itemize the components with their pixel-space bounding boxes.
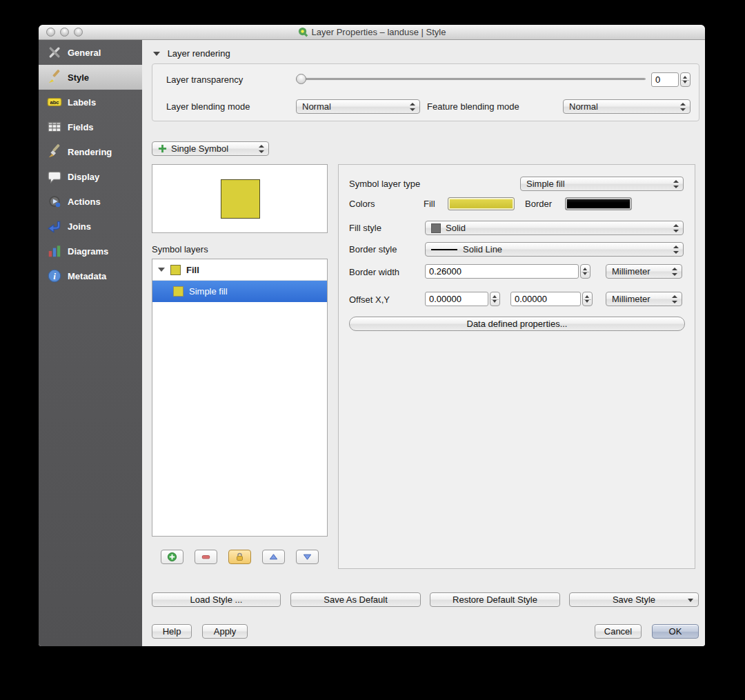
main-panel: Layer rendering Layer transparency Layer… <box>142 40 705 646</box>
save-as-default-button[interactable]: Save As Default <box>290 592 421 607</box>
transparency-slider[interactable] <box>296 74 646 84</box>
fill-style-select[interactable]: Solid <box>425 221 684 235</box>
symbol-preview-fill-square <box>221 179 260 219</box>
symbol-preview <box>152 164 328 233</box>
offset-x-spinbox <box>425 292 500 306</box>
sidebar-item-general[interactable]: General <box>39 40 142 65</box>
fill-style-label: Fill style <box>349 223 381 233</box>
offset-x-stepper[interactable] <box>490 292 500 306</box>
down-arrow-icon <box>302 552 312 562</box>
popup-arrows-icon <box>410 103 415 111</box>
speech-bubble-icon <box>47 169 62 184</box>
restore-default-style-button[interactable]: Restore Default Style <box>430 592 560 607</box>
tree-row-simple-fill[interactable]: Simple fill <box>152 281 327 302</box>
sidebar-item-actions[interactable]: Actions <box>39 189 142 214</box>
symbol-type-select[interactable]: Single Symbol <box>152 141 269 156</box>
popup-arrows-icon <box>673 180 679 188</box>
lock-color-button[interactable] <box>228 550 251 564</box>
feature-blend-mode-select[interactable]: Normal <box>563 99 691 114</box>
solid-line-icon <box>431 249 457 250</box>
border-style-label: Border style <box>349 244 397 254</box>
ok-button[interactable]: OK <box>652 624 699 639</box>
title-bar[interactable]: Layer Properties – landuse | Style <box>39 25 705 40</box>
bar-chart-icon <box>47 243 62 259</box>
sidebar-label: General <box>68 48 101 58</box>
layer-rendering-header[interactable]: Layer rendering <box>153 48 230 59</box>
tools-icon <box>47 45 62 60</box>
paintbrush-icon <box>47 70 62 85</box>
fill-color-well[interactable] <box>448 197 515 210</box>
symbol-layer-type-select[interactable]: Simple fill <box>520 177 684 191</box>
load-style-button[interactable]: Load Style ... <box>152 592 281 607</box>
move-layer-up-button[interactable] <box>262 550 285 564</box>
simple-fill-swatch-icon <box>173 286 183 297</box>
sidebar-item-display[interactable]: Display <box>39 164 142 189</box>
lock-icon <box>235 552 245 562</box>
minus-icon <box>201 552 211 562</box>
popup-arrows-icon <box>259 145 264 153</box>
save-style-button[interactable]: Save Style <box>569 592 699 607</box>
sidebar-label: Labels <box>68 97 96 108</box>
help-button[interactable]: Help <box>152 624 192 639</box>
fill-color-label: Fill <box>424 199 435 209</box>
offset-x-input[interactable] <box>426 292 488 306</box>
border-width-stepper[interactable] <box>580 264 590 279</box>
border-style-select[interactable]: Solid Line <box>425 242 684 257</box>
offset-unit-select[interactable]: Millimeter <box>606 292 682 306</box>
transparency-input[interactable] <box>652 73 678 86</box>
popup-arrows-icon <box>673 246 679 254</box>
sidebar-item-diagrams[interactable]: Diagrams <box>39 239 142 263</box>
sidebar-item-style[interactable]: Style <box>39 65 142 90</box>
sidebar-item-fields[interactable]: Fields <box>39 114 142 139</box>
tree-row-fill[interactable]: Fill <box>152 259 327 281</box>
add-symbol-layer-button[interactable] <box>161 550 183 564</box>
move-layer-down-button[interactable] <box>296 550 319 564</box>
sidebar-item-rendering[interactable]: Rendering <box>39 139 142 164</box>
abc-label-icon: abc <box>47 94 62 110</box>
sidebar-label: Diagrams <box>68 246 108 257</box>
qgis-icon <box>298 27 308 37</box>
sidebar-item-metadata[interactable]: i Metadata <box>39 263 142 288</box>
blend-mode-select[interactable]: Normal <box>296 99 420 114</box>
border-width-unit-select[interactable]: Millimeter <box>606 264 682 279</box>
offset-y-stepper[interactable] <box>582 292 593 306</box>
apply-button[interactable]: Apply <box>202 624 248 639</box>
gear-action-icon <box>47 194 62 209</box>
transparency-stepper[interactable] <box>680 72 691 87</box>
sidebar-item-labels[interactable]: abc Labels <box>39 90 142 114</box>
border-color-well[interactable] <box>565 197 632 210</box>
remove-symbol-layer-button[interactable] <box>195 550 217 564</box>
symbol-layer-type-label: Symbol layer type <box>349 179 420 189</box>
popup-arrows-icon <box>680 103 686 111</box>
data-defined-properties-button[interactable]: Data defined properties... <box>349 317 685 331</box>
border-width-spinbox <box>425 264 590 279</box>
svg-text:abc: abc <box>50 99 59 106</box>
slider-thumb[interactable] <box>296 74 306 84</box>
popup-arrows-icon <box>672 295 677 303</box>
transparency-label: Layer transparency <box>166 74 243 85</box>
sidebar-label: Style <box>68 72 89 83</box>
popup-arrows-icon <box>672 268 677 276</box>
tree-expand-icon[interactable] <box>158 268 165 272</box>
table-icon <box>47 119 62 134</box>
offset-label: Offset X,Y <box>349 294 390 305</box>
sidebar-label: Metadata <box>68 271 106 281</box>
solid-fill-swatch-icon <box>431 223 441 233</box>
layer-properties-window: Layer Properties – landuse | Style Gener… <box>39 25 705 646</box>
sidebar-label: Fields <box>68 122 94 132</box>
layer-rendering-groupbox: Layer transparency Layer blending mode N… <box>152 63 699 121</box>
transparency-spinbox <box>651 72 691 87</box>
sidebar-label: Rendering <box>68 147 112 157</box>
symbol-properties-panel: Symbol layer type Simple fill Colors Fil… <box>338 164 695 569</box>
render-brush-icon <box>47 144 62 159</box>
cancel-button[interactable]: Cancel <box>595 624 642 639</box>
collapse-triangle-icon[interactable] <box>153 52 160 56</box>
colors-label: Colors <box>349 199 375 209</box>
slider-track[interactable] <box>296 78 646 80</box>
sidebar-item-joins[interactable]: Joins <box>39 214 142 239</box>
border-width-input[interactable] <box>426 265 578 278</box>
sidebar: General Style abc Labels Fields Renderin… <box>39 40 142 646</box>
offset-y-input[interactable] <box>511 292 580 306</box>
svg-text:i: i <box>53 271 56 281</box>
border-width-label: Border width <box>349 267 399 277</box>
